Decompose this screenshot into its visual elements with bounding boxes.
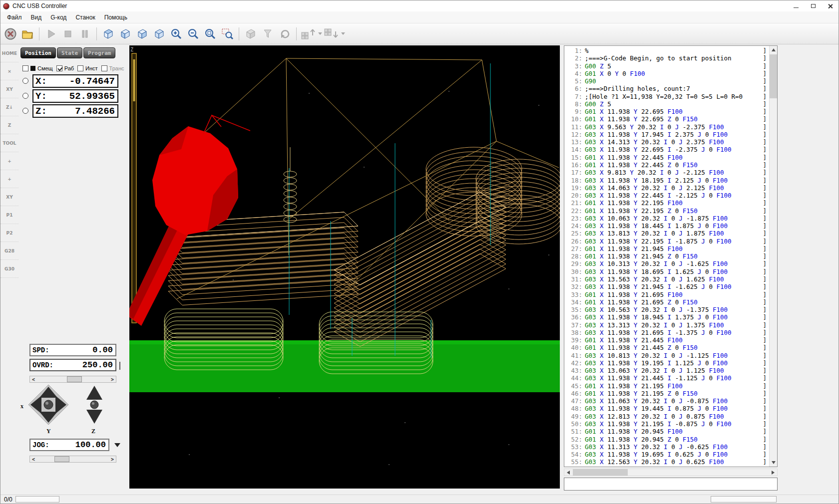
side-tool-button[interactable]: TOOL [0,134,18,152]
gcode-line[interactable]: 23:G03 X 10.063 Y 20.32 I 0 J -1.875 F10… [564,215,769,222]
side-measure-z-button[interactable]: Z [0,116,18,134]
offset-checkbox[interactable] [22,65,28,71]
side-g30-button[interactable]: G30 [0,260,18,278]
jog-slider-left-arrow[interactable]: < [30,457,37,462]
pause-button[interactable] [76,25,93,42]
zoom-window-button[interactable] [219,25,236,42]
menu-machine[interactable]: Станок [71,12,99,22]
jog-slider-thumb[interactable] [54,456,69,462]
side-tool-change-button[interactable]: × [0,62,18,80]
side-offset-plus-1-button[interactable]: + [0,152,18,170]
gcode-line[interactable]: 15:G01 X 11.938 Y 22.445 F100] [564,154,769,161]
trans-checkbox[interactable] [101,65,107,71]
view-top-button[interactable] [100,25,117,42]
maximize-button[interactable] [805,0,822,11]
gcode-line[interactable]: 8:G00 Z 5] [564,100,769,108]
gcode-line[interactable]: 26:G03 X 11.938 Y 22.195 I -1.875 J 0 F1… [564,238,769,245]
vertical-scroll-thumb[interactable] [770,54,777,98]
scroll-right-button[interactable] [769,469,777,476]
gcode-line[interactable]: 43:G03 X 13.063 Y 20.32 I 0 J 1.125 F100… [564,367,769,374]
override-checkbox[interactable] [119,362,120,370]
zoom-in-button[interactable] [168,25,185,42]
gcode-line[interactable]: 53:G03 X 11.313 Y 20.32 I 0 J -0.625 F10… [564,443,769,451]
gcode-line[interactable]: 40:G01 X 11.938 Y 21.445 Z 0 F150] [564,344,769,351]
tool-checkbox[interactable] [77,65,83,71]
gcode-line[interactable]: 21:G01 X 11.938 Y 22.195 F100] [564,199,769,207]
rotate-view-button[interactable] [276,25,293,42]
gcode-line[interactable]: 7:;[Hole ?1 X=11,938 Y=20,32 T=0 S=5 L=0… [564,93,769,100]
gcode-line[interactable]: 4:G01 X 0 Y 0 F100] [564,70,769,77]
view-front-button[interactable] [117,25,134,42]
gcode-line[interactable]: 27:G01 X 11.938 Y 21.945 F100] [564,245,769,252]
tab-position[interactable]: Position [20,47,56,58]
horizontal-scroll-thumb[interactable] [573,469,628,476]
jog-slider-track[interactable] [37,456,109,462]
scroll-down-button[interactable] [770,459,777,467]
gcode-line[interactable]: 42:G03 X 11.938 Y 19.195 I 1.125 J 0 F10… [564,359,769,367]
gcode-line[interactable]: 30:G03 X 11.938 Y 18.695 I 1.625 J 0 F10… [564,268,769,275]
tab-state[interactable]: State [57,47,82,58]
gcode-line[interactable]: 48:G03 X 11.938 Y 19.445 I 0.875 J 0 F10… [564,405,769,412]
gcode-line[interactable]: 24:G03 X 11.938 Y 18.445 I 1.875 J 0 F10… [564,222,769,230]
work-checkbox[interactable] [56,65,62,71]
scroll-up-button[interactable] [770,46,777,54]
gcode-line[interactable]: 5:G90] [564,77,769,85]
side-position-2-button[interactable]: P2 [0,224,18,242]
gcode-line[interactable]: 55:G03 X 12.563 Y 20.32 I 0 J 0.625 F100… [564,458,769,466]
gcode-listing[interactable]: 1:%]2:;===>G-Code Begin, go to start pos… [564,45,778,467]
gcode-line[interactable]: 46:G01 X 11.938 Y 21.195 Z 0 F150] [564,390,769,397]
gcode-line[interactable]: 3:G00 Z 5] [564,62,769,70]
jog-speed-dropdown-button[interactable] [112,440,122,450]
gcode-line[interactable]: 10:G01 X 11.938 Y 22.695 Z 0 F150] [564,115,769,123]
view-side-button[interactable] [134,25,151,42]
side-goto-xy-zero-button[interactable]: XY [0,80,18,98]
stop-button[interactable] [59,25,76,42]
gcode-line[interactable]: 52:G01 X 11.938 Y 20.945 Z 0 F150] [564,436,769,443]
gcode-line[interactable]: 38:G03 X 11.938 Y 21.695 I -1.375 J 0 F1… [564,329,769,336]
gcode-line[interactable]: 33:G01 X 11.938 Y 21.695 F100] [564,291,769,298]
gcode-horizontal-scrollbar[interactable] [564,469,778,476]
gcode-line[interactable]: 6:;===>Drilling holes, count:7] [564,85,769,92]
override-slider-track[interactable] [37,376,109,382]
gcode-line[interactable]: 14:G03 X 11.938 Y 22.695 I -2.375 J 0 F1… [564,146,769,153]
gcode-line[interactable]: 44:G03 X 11.938 Y 21.445 I -1.125 J 0 F1… [564,374,769,382]
menu-file[interactable]: Файл [2,12,26,22]
mdi-command-input[interactable] [564,478,778,491]
x-axis-radio[interactable] [22,78,28,84]
close-button[interactable] [822,0,839,11]
gcode-line[interactable]: 47:G03 X 11.063 Y 20.32 I 0 J -0.875 F10… [564,397,769,405]
menu-gcode[interactable]: G-код [46,12,71,22]
tab-program[interactable]: Program [83,47,115,58]
menu-help[interactable]: Помощь [100,12,132,22]
z-jog-pad[interactable] [83,384,105,426]
side-g28-button[interactable]: G28 [0,242,18,260]
gcode-line[interactable]: 39:G01 X 11.938 Y 21.445 F100] [564,336,769,344]
zoom-out-button[interactable] [185,25,202,42]
gcode-line[interactable]: 11:G03 X 9.563 Y 20.32 I 0 J -2.375 F100… [564,123,769,131]
gcode-line[interactable]: 50:G03 X 11.938 Y 21.195 I -0.875 J 0 F1… [564,420,769,428]
jog-slider[interactable]: < > [29,456,116,463]
gcode-line[interactable]: 18:G03 X 11.938 Y 18.195 I 2.125 J 0 F10… [564,177,769,184]
minimize-button[interactable] [788,0,805,11]
play-button[interactable] [42,25,59,42]
viewport-3d[interactable]: Z [129,45,560,489]
gcode-line[interactable]: 12:G03 X 11.938 Y 17.945 I 2.375 J 0 F10… [564,131,769,138]
step-up-button[interactable] [300,25,323,42]
gcode-line[interactable]: 34:G01 X 11.938 Y 21.695 Z 0 F150] [564,298,769,306]
jog-slider-right-arrow[interactable]: > [109,457,116,462]
gcode-line[interactable]: 37:G03 X 13.313 Y 20.32 I 0 J 1.375 F100… [564,321,769,329]
gcode-line[interactable]: 28:G01 X 11.938 Y 21.945 Z 0 F150] [564,252,769,260]
gcode-line[interactable]: 32:G03 X 11.938 Y 21.945 I -1.625 J 0 F1… [564,283,769,290]
gcode-line[interactable]: 51:G01 X 11.938 Y 20.945 F100] [564,428,769,435]
gcode-line[interactable]: 41:G03 X 10.813 Y 20.32 I 0 J -1.125 F10… [564,352,769,359]
gcode-line[interactable]: 20:G03 X 11.938 Y 22.445 I -2.125 J 0 F1… [564,192,769,199]
gcode-line[interactable]: 35:G03 X 10.563 Y 20.32 I 0 J -1.375 F10… [564,306,769,313]
menu-view[interactable]: Вид [26,12,46,22]
gcode-line[interactable]: 36:G03 X 11.938 Y 18.945 I 1.375 J 0 F10… [564,313,769,321]
gcode-line[interactable]: 19:G03 X 14.063 Y 20.32 I 0 J 2.125 F100… [564,184,769,192]
override-slider-thumb[interactable] [67,376,82,382]
xy-jog-pad[interactable] [27,384,69,426]
y-axis-radio[interactable] [22,93,28,99]
gcode-line[interactable]: 1:%] [564,47,769,54]
simulate-button[interactable] [242,25,259,42]
